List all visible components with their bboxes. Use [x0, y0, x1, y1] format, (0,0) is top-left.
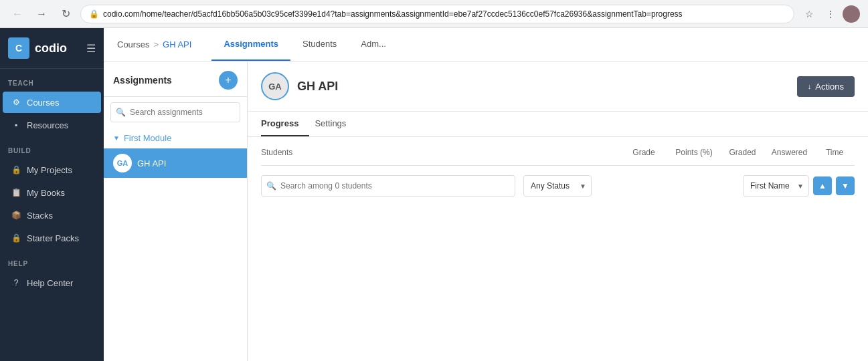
my-books-icon: 📋: [11, 187, 21, 198]
sidebar-item-courses[interactable]: ⚙ Courses: [3, 92, 101, 113]
main: Course ID ↑ Assignment ID ↑ Courses > GH…: [104, 28, 868, 361]
more-button[interactable]: ⋮: [821, 5, 840, 23]
stacks-icon: 📦: [11, 210, 21, 221]
assignment-big-avatar: GA: [261, 72, 289, 100]
status-filter-dropdown[interactable]: Any Status Completed In Progress Not Sta…: [523, 175, 592, 197]
my-books-label: My Books: [27, 188, 65, 198]
sidebar-item-help-center[interactable]: ? Help Center: [3, 272, 101, 293]
starter-packs-label: Starter Packs: [27, 233, 79, 243]
courses-icon: ⚙: [11, 97, 21, 108]
breadcrumb-separator: >: [153, 39, 159, 49]
teach-section-label: TEACH: [0, 69, 104, 91]
help-section-label: HELP: [0, 249, 104, 271]
address-bar[interactable]: 🔒 codio.com/home/teacher/d5acfd16bb506a5…: [80, 5, 794, 23]
right-panel: GA GH API ↓ Actions Progress Settings: [248, 62, 868, 361]
left-panel: Assignments + 🔍 ▼ First Module: [104, 62, 248, 361]
actions-icon: ↓: [808, 82, 812, 90]
logo-text: codio: [35, 41, 67, 55]
th-grade: Grade: [620, 148, 667, 157]
sidebar-item-stacks[interactable]: 📦 Stacks: [3, 205, 101, 226]
top-header-wrapper: Course ID ↑ Assignment ID ↑ Courses > GH…: [104, 28, 868, 62]
content-area: Assignments + 🔍 ▼ First Module: [104, 62, 868, 361]
header-tabs: Assignments Students Adm...: [211, 28, 855, 61]
th-time: Time: [814, 148, 855, 157]
student-search-icon: 🔍: [266, 181, 276, 191]
search-icon: 🔍: [116, 108, 126, 117]
assignment-search-box: 🔍: [104, 97, 247, 128]
sidebar-item-starter-packs[interactable]: 🔒 Starter Packs: [3, 227, 101, 249]
top-header: Courses > GH API Assignments Students Ad…: [104, 28, 868, 62]
sidebar-item-my-books[interactable]: 📋 My Books: [3, 182, 101, 203]
module-arrow-icon: ▼: [113, 134, 120, 142]
assignment-big-title: GH API: [297, 80, 338, 94]
sort-wrap: First Name Last Name Grade ▼ ▲ ▼: [743, 175, 855, 197]
right-panel-header: GA GH API ↓ Actions: [248, 62, 868, 112]
filter-row: 🔍 Any Status Completed In Progress Not S…: [261, 175, 855, 197]
left-panel-header: Assignments +: [104, 62, 247, 97]
browser-actions: ☆ ⋮: [800, 5, 860, 23]
reload-button[interactable]: ↻: [56, 5, 75, 23]
th-students: Students: [261, 148, 620, 157]
table-area: Students Grade Points (%) Graded Answere…: [248, 137, 868, 361]
student-search-input[interactable]: [261, 175, 515, 197]
help-center-label: Help Center: [27, 278, 73, 288]
sidebar-toggle[interactable]: ☰: [86, 42, 96, 55]
assignment-name: GH API: [137, 158, 166, 168]
assignment-search-input[interactable]: [110, 102, 240, 122]
th-graded: Graded: [721, 148, 764, 157]
browser-chrome: ← → ↻ 🔒 codio.com/home/teacher/d5acfd16b…: [0, 0, 868, 28]
student-search: 🔍: [261, 175, 515, 197]
status-filter-wrap: Any Status Completed In Progress Not Sta…: [523, 175, 592, 197]
resources-label: Resources: [27, 120, 68, 130]
sidebar-logo: C codio ☰: [0, 28, 104, 69]
sort-dropdown-wrap: First Name Last Name Grade ▼: [743, 175, 809, 197]
th-points: Points (%): [667, 148, 721, 157]
module-header: ▼ First Module: [113, 133, 238, 143]
user-avatar: [843, 5, 860, 23]
tab-students[interactable]: Students: [290, 28, 349, 61]
actions-label: Actions: [815, 82, 844, 92]
breadcrumb-courses[interactable]: Courses: [117, 39, 149, 49]
add-assignment-button[interactable]: +: [219, 71, 238, 90]
forward-button[interactable]: →: [32, 5, 51, 23]
resources-icon: ▪: [11, 120, 21, 130]
sort-dropdown[interactable]: First Name Last Name Grade: [743, 175, 809, 197]
lock-icon: 🔒: [89, 9, 99, 19]
sub-tab-settings[interactable]: Settings: [315, 112, 357, 136]
sidebar: C codio ☰ TEACH ⚙ Courses ▪ Resources BU…: [0, 28, 104, 361]
module-item[interactable]: ▼ First Module: [104, 128, 247, 148]
sidebar-item-my-projects[interactable]: 🔒 My Projects: [3, 159, 101, 180]
build-section-label: BUILD: [0, 136, 104, 158]
logo-box: C: [8, 37, 29, 59]
sub-tabs: Progress Settings: [248, 112, 868, 137]
courses-label: Courses: [27, 98, 59, 108]
assignment-title-row: GA GH API: [261, 72, 338, 100]
module-name: First Module: [124, 133, 172, 143]
table-header-row: Students Grade Points (%) Graded Answere…: [261, 148, 855, 166]
actions-button[interactable]: ↓ Actions: [797, 76, 855, 97]
bookmark-button[interactable]: ☆: [800, 5, 818, 23]
url-text: codio.com/home/teacher/d5acfd16bb506a5b0…: [103, 9, 683, 19]
assignment-avatar: GA: [113, 154, 132, 172]
app: C codio ☰ TEACH ⚙ Courses ▪ Resources BU…: [0, 28, 868, 361]
left-panel-title: Assignments: [113, 75, 172, 86]
my-projects-label: My Projects: [27, 165, 72, 175]
breadcrumb: Courses > GH API: [117, 39, 191, 49]
help-icon: ?: [11, 277, 21, 288]
sort-asc-button[interactable]: ▲: [813, 176, 832, 195]
th-answered: Answered: [764, 148, 814, 157]
sort-desc-button[interactable]: ▼: [836, 176, 855, 195]
tab-assignments[interactable]: Assignments: [211, 28, 290, 61]
sub-tab-progress[interactable]: Progress: [261, 112, 309, 136]
tab-admin[interactable]: Adm...: [349, 28, 398, 61]
stacks-label: Stacks: [27, 211, 53, 221]
starter-packs-icon: 🔒: [11, 233, 21, 243]
breadcrumb-current[interactable]: GH API: [163, 39, 191, 49]
sidebar-item-resources[interactable]: ▪ Resources: [3, 114, 101, 136]
assignment-item-gh-api[interactable]: GA GH API: [104, 148, 247, 178]
back-button[interactable]: ←: [8, 5, 27, 23]
my-projects-icon: 🔒: [11, 164, 21, 175]
